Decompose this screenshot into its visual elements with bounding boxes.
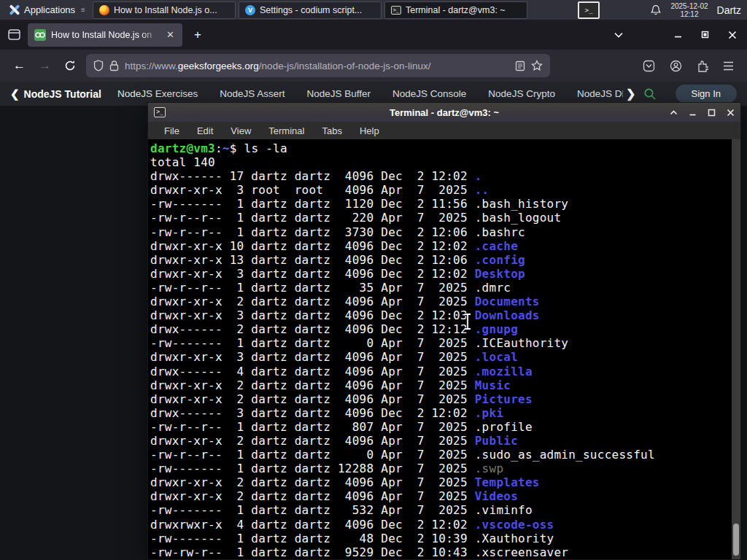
firefox-view-icon[interactable] xyxy=(6,28,22,42)
panel-clock[interactable]: 2025-12-02 12:12 xyxy=(670,2,708,18)
window-maximize-icon[interactable] xyxy=(701,31,709,39)
window-minimize-icon[interactable] xyxy=(689,109,697,116)
taskbar-item-label: How to Install Node.js o... xyxy=(114,5,217,15)
taskbar-item-vscodium[interactable]: V Settings - codium script... xyxy=(239,1,382,19)
extensions-icon[interactable] xyxy=(697,60,708,72)
chevron-right-icon[interactable]: ❯ xyxy=(626,87,635,101)
terminal-output-line: -rw------- 1 dartz dartz 0 Apr 7 2025 .I… xyxy=(150,336,732,350)
applications-menu-button[interactable]: Applications ≡ xyxy=(4,0,90,20)
terminal-title: Terminal - dartz@vm3: ~ xyxy=(148,107,740,118)
file-name: Videos xyxy=(475,489,518,503)
file-name: .mozilla xyxy=(475,365,533,378)
terminal-output-line: drwx------ 17 dartz dartz 4096 Dec 2 12:… xyxy=(150,169,732,183)
file-name: .Xauthority xyxy=(475,532,554,545)
window-minimize-icon[interactable] xyxy=(674,31,682,39)
terminal-output-line: drwxr-xr-x 2 dartz dartz 4096 Apr 7 2025… xyxy=(150,295,732,308)
terminal-icon: >_ xyxy=(391,6,401,15)
terminal-menu-terminal[interactable]: Terminal xyxy=(260,125,313,136)
file-name: Downloads xyxy=(475,308,540,322)
file-name: .viminfo xyxy=(475,503,533,517)
notification-bell-icon[interactable] xyxy=(650,4,662,16)
back-icon[interactable]: ← xyxy=(13,58,26,73)
file-name: .vscode-oss xyxy=(475,518,554,532)
url-bar[interactable]: https://www.geeksforgeeks.org/node-js/in… xyxy=(86,54,550,77)
terminal-output-line: -rw------- 1 dartz dartz 532 Apr 7 2025 … xyxy=(150,503,732,517)
nav-item[interactable]: NodeJS DNS xyxy=(577,88,623,99)
window-close-icon[interactable] xyxy=(727,109,735,117)
terminal-output-line: -rw-r--r-- 1 dartz dartz 807 Apr 7 2025 … xyxy=(150,420,732,434)
list-all-tabs-icon[interactable] xyxy=(614,32,623,38)
terminal-output-line: -rw------- 1 dartz dartz 12288 Apr 7 202… xyxy=(150,462,732,475)
terminal-output-line: drwxr-xr-x 3 dartz dartz 4096 Dec 2 12:0… xyxy=(150,267,732,281)
file-name: Desktop xyxy=(475,267,525,281)
hamburger-menu-icon[interactable] xyxy=(723,61,734,71)
file-name: .local xyxy=(475,350,518,364)
terminal-launcher-icon[interactable]: >_ xyxy=(578,1,600,19)
nav-item[interactable]: NodeJS Exercises xyxy=(117,88,198,99)
terminal-output-line: total 140 xyxy=(150,155,732,169)
terminal-menu-tabs[interactable]: Tabs xyxy=(313,125,350,136)
tab-bar: How to Install Node.js on ✕ + xyxy=(0,20,747,50)
tracking-protection-shield-icon[interactable] xyxy=(93,60,104,71)
file-name: .config xyxy=(475,253,525,267)
terminal-output-line: -rw------- 1 dartz dartz 1120 Dec 2 11:5… xyxy=(150,197,732,211)
panel-user-menu[interactable]: Dartz xyxy=(717,4,741,16)
terminal-output-line: drwxr-xr-x 3 dartz dartz 4096 Dec 2 12:0… xyxy=(150,308,732,322)
taskbar-item-terminal[interactable]: >_ Terminal - dartz@vm3: ~ xyxy=(384,1,527,19)
terminal-menu-file[interactable]: File xyxy=(155,125,188,136)
account-icon[interactable] xyxy=(670,60,682,72)
gfg-favicon xyxy=(34,29,46,41)
file-name: Public xyxy=(475,434,518,448)
nav-item[interactable]: NodeJS Assert xyxy=(220,88,285,99)
nav-items: NodeJS ExercisesNodeJS AssertNodeJS Buff… xyxy=(117,88,623,99)
nav-item[interactable]: NodeJS Crypto xyxy=(488,88,555,99)
terminal-window: >_ Terminal - dartz@vm3: ~ FileEditViewT… xyxy=(147,102,741,560)
applications-label: Applications xyxy=(24,4,75,15)
terminal-titlebar[interactable]: >_ Terminal - dartz@vm3: ~ xyxy=(148,103,740,122)
url-path: /node-js/installation-of-node-js-on-linu… xyxy=(259,61,431,71)
terminal-output[interactable]: dartz@vm3:~$ ls -latotal 140drwx------ 1… xyxy=(148,139,732,559)
new-tab-button[interactable]: + xyxy=(188,28,207,42)
terminal-scrollbar[interactable] xyxy=(732,139,740,559)
top-panel: Applications ≡ How to Install Node.js o.… xyxy=(0,0,747,20)
file-name: .xscreensaver xyxy=(475,545,568,559)
window-maximize-icon[interactable] xyxy=(708,109,716,117)
file-name: .gnupg xyxy=(475,322,518,336)
window-shade-icon[interactable] xyxy=(670,109,678,116)
file-name: .swp xyxy=(475,462,504,475)
terminal-menu-edit[interactable]: Edit xyxy=(188,125,222,136)
bookmark-star-icon[interactable] xyxy=(531,60,543,71)
lock-icon[interactable] xyxy=(109,60,119,71)
pocket-icon[interactable] xyxy=(643,60,655,72)
nav-back-item[interactable]: ❮ NodeJS Tutorial xyxy=(10,88,101,101)
nav-item[interactable]: NodeJS Console xyxy=(392,88,466,99)
terminal-output-line: -rw-rw-r-- 1 dartz dartz 9529 Dec 2 10:4… xyxy=(150,545,732,559)
file-name: .ICEauthority xyxy=(475,336,568,350)
terminal-menu-help[interactable]: Help xyxy=(351,125,388,136)
terminal-output-line: drwxr-xr-x 10 dartz dartz 4096 Dec 2 12:… xyxy=(150,239,732,253)
reload-icon[interactable] xyxy=(64,60,76,71)
terminal-output-line: drwxr-xr-x 3 dartz dartz 4096 Apr 7 2025… xyxy=(150,350,732,364)
url-text: https://www.geeksforgeeks.org/node-js/in… xyxy=(125,61,509,71)
taskbar-item-firefox[interactable]: How to Install Node.js o... xyxy=(93,1,236,19)
terminal-menu-view[interactable]: View xyxy=(222,125,260,136)
tab-close-icon[interactable]: ✕ xyxy=(165,29,176,40)
file-name: .. xyxy=(475,183,489,197)
clock-date: 2025-12-02 xyxy=(670,2,708,10)
search-icon[interactable] xyxy=(643,88,657,101)
browser-tab-active[interactable]: How to Install Node.js on ✕ xyxy=(28,23,182,47)
nav-back-label: NodeJS Tutorial xyxy=(24,88,101,100)
nav-item[interactable]: NodeJS Buffer xyxy=(306,88,371,99)
typed-command: ls -la xyxy=(244,141,287,155)
reader-view-icon[interactable] xyxy=(515,61,525,71)
terminal-output-line: drwxr-xr-x 2 dartz dartz 4096 Apr 7 2025… xyxy=(150,392,732,406)
terminal-menubar: FileEditViewTerminalTabsHelp xyxy=(148,122,740,139)
tab-title: How to Install Node.js on xyxy=(51,30,160,40)
sign-in-button[interactable]: Sign In xyxy=(676,85,737,103)
mouse-cursor-ibeam xyxy=(461,312,474,331)
scrollbar-thumb[interactable] xyxy=(733,524,739,556)
window-close-icon[interactable] xyxy=(728,31,737,39)
navigation-toolbar: ← → https://www.geeksforgeeks.org/node-j… xyxy=(0,50,747,82)
file-name: .bashrc xyxy=(475,225,525,239)
terminal-output-line: drwxr-xr-x 3 root root 4096 Apr 7 2025 .… xyxy=(150,183,732,197)
